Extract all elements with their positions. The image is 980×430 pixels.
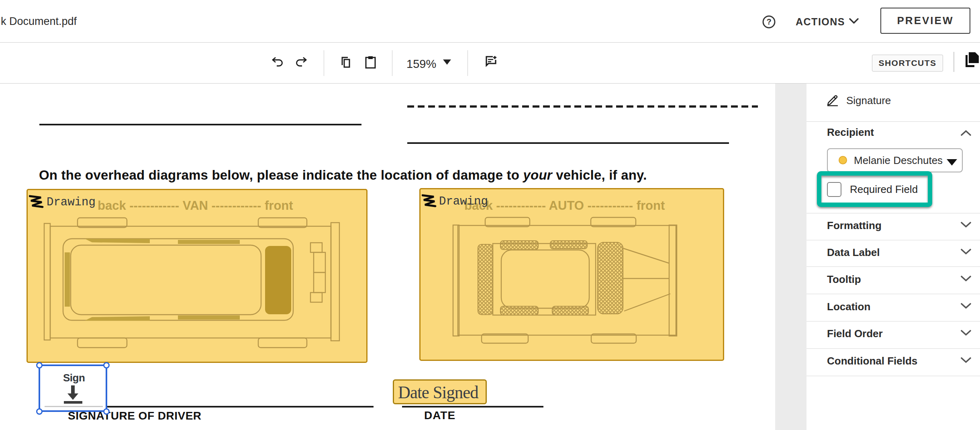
svg-text:?: ? [766, 17, 771, 26]
